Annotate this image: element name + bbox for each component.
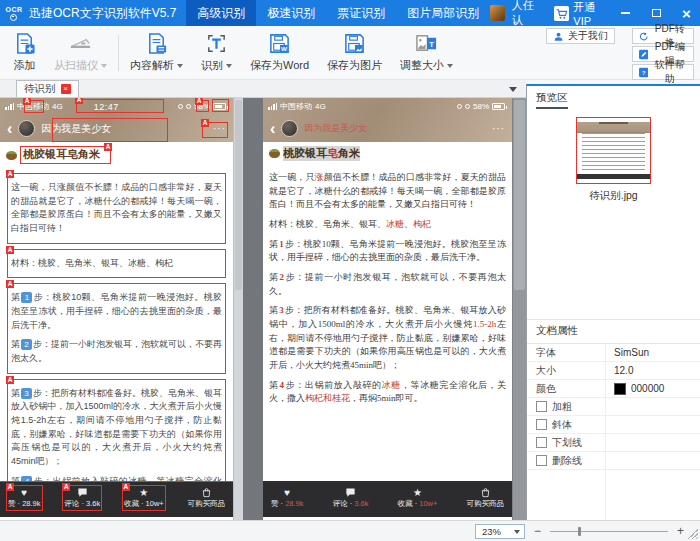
zoom-slider-handle[interactable]: [578, 527, 582, 536]
about-button[interactable]: 关于我们: [546, 28, 615, 44]
mode-tab-0[interactable]: 高级识别: [186, 0, 256, 26]
zoom-slider[interactable]: [550, 525, 668, 537]
preview-area-title: 预览区: [536, 91, 568, 109]
tab-pending-recognition[interactable]: 待识别 ×: [16, 80, 79, 97]
engagement-3[interactable]: 可购买商品: [466, 487, 504, 509]
thumbnail-header: [577, 122, 650, 133]
ocr-region-line: [0, 481, 233, 482]
tool-resize[interactable]: T调整大小: [391, 26, 462, 79]
style-row-3: 删除线: [527, 452, 700, 470]
tool-label: 内容解析: [130, 58, 174, 73]
engagement-1[interactable]: A评论 · 3.6k: [64, 487, 100, 509]
engagement-0[interactable]: A♥赞 · 28.9k: [8, 487, 41, 509]
mode-tab-2[interactable]: 票证识别: [326, 0, 396, 26]
engagement-label: 评论 · 3.6k: [64, 499, 100, 509]
source-image-panel[interactable]: 中国移动4G12:4758%‹因为我是美少女···AAAA桃胶银耳皂角米AA这一…: [0, 98, 233, 520]
engagement-2[interactable]: ★收藏 · 10w+: [398, 487, 438, 509]
back-icon[interactable]: ‹: [270, 121, 275, 137]
engagement-bar: ♥赞 · 28.9k评论 · 3.6k★收藏 · 10w+可购买商品: [263, 481, 512, 517]
chevron-down-icon: [447, 64, 453, 68]
close-tab-icon[interactable]: ×: [61, 84, 71, 94]
tool-parse[interactable]: 内容解析: [121, 26, 192, 79]
engagement-0[interactable]: ♥赞 · 28.9k: [271, 487, 304, 509]
post-body-text: 这一碗，只涨颜值不长膘！成品的口感非常好，夏天的甜品就是它了，冰糖什么的都戒掉！…: [263, 163, 512, 456]
user-avatar[interactable]: [490, 5, 504, 21]
toolbar-side: 关于我们 PDF转换PDF编辑?软件帮助: [546, 25, 696, 80]
save-image-icon: [343, 32, 366, 55]
post-title: 桃胶银耳皂角米A: [0, 142, 233, 166]
checkbox-0[interactable]: [536, 401, 547, 412]
app-logo-icon: OCR: [3, 0, 25, 26]
minimize-button[interactable]: [614, 0, 637, 26]
bluetooth-icon: [186, 104, 191, 109]
tool-save-word[interactable]: W保存为Word: [241, 26, 318, 79]
recognized-result-panel[interactable]: 中国移动4G58%‹因为我是美少女···桃胶银耳皂角米这一碗，只涨颜值不长膘！成…: [263, 98, 512, 520]
tool-recognize[interactable]: 识别: [192, 26, 241, 79]
zoom-level-select[interactable]: 23%: [475, 524, 525, 539]
checkbox-3[interactable]: [536, 455, 547, 466]
middle-panel-scrollbar[interactable]: [512, 98, 526, 520]
zoom-level-value: 23%: [482, 526, 501, 537]
tab-list-dropdown-icon[interactable]: [509, 87, 517, 92]
poster-avatar: [18, 120, 35, 137]
help-button[interactable]: ?软件帮助: [632, 64, 694, 80]
preview-thumbnail[interactable]: [576, 117, 651, 184]
style-row-2: 下划线: [527, 434, 700, 452]
property-row-0: 字体SimSun: [527, 344, 700, 362]
scrollbar-thumb[interactable]: [514, 100, 525, 290]
person-icon: [553, 31, 564, 42]
mode-tab-1[interactable]: 极速识别: [256, 0, 326, 26]
property-label: 大小: [527, 362, 605, 379]
tool-save-image[interactable]: 保存为图片: [318, 26, 391, 79]
zoom-out-button[interactable]: −: [534, 525, 541, 537]
engagement-2[interactable]: A★收藏 · 10w+: [124, 487, 164, 509]
ocr-region-box: [212, 99, 229, 112]
doc-properties-title: 文档属性: [527, 320, 700, 344]
zoom-in-button[interactable]: +: [677, 525, 684, 537]
scrollbar-thumb[interactable]: [235, 100, 242, 290]
ocr-region-box: A: [76, 99, 164, 113]
color-swatch[interactable]: [614, 383, 626, 395]
ocr-region-badge: A: [6, 246, 14, 254]
heart-icon: ♥: [21, 487, 27, 498]
step-number-badge: 1: [279, 239, 284, 249]
vip-button[interactable]: 开通VIP: [554, 0, 607, 27]
tool-label: 添加: [14, 58, 36, 73]
signal-icon: [268, 103, 277, 110]
phone-status-bar: 中国移动4G58%: [263, 98, 512, 115]
engagement-label: 收藏 · 10w+: [124, 499, 164, 509]
engagement-3[interactable]: 可购买商品: [188, 487, 226, 509]
toolbar: 添加从扫描仪内容解析识别W保存为Word保存为图片T调整大小 关于我们 PDF转…: [0, 26, 700, 80]
maximize-icon: [652, 9, 661, 17]
user-name[interactable]: 人任认: [512, 0, 542, 28]
property-value[interactable]: 12.0: [605, 362, 700, 379]
titlebar: OCR 迅捷OCR文字识别软件V5.7 高级识别极速识别票证识别图片局部识别 人…: [0, 0, 700, 26]
edit-pencil-icon: [639, 49, 648, 60]
document-tabbar: 待识别 ×: [0, 80, 526, 98]
shopping-bag-icon: [480, 487, 491, 498]
ocr-region-badge: A: [23, 98, 31, 105]
document-column: 待识别 × 中国移动4G12:4758%‹因为我是美少女···AAAA桃胶银耳皂…: [0, 80, 526, 520]
step-number-badge: 1: [21, 292, 32, 303]
phone-header: 中国移动4G58%‹因为我是美少女···: [263, 98, 512, 142]
back-icon[interactable]: ‹: [7, 121, 12, 137]
tool-add[interactable]: 添加: [4, 26, 45, 79]
style-option: 删除线: [527, 452, 605, 469]
left-panel-scrollbar[interactable]: [233, 98, 243, 520]
close-icon: ×: [682, 6, 691, 21]
more-icon[interactable]: ···: [492, 123, 505, 134]
property-value[interactable]: 000000: [605, 380, 700, 397]
engagement-label: 收藏 · 10w+: [398, 499, 438, 509]
mode-tab-3[interactable]: 图片局部识别: [396, 0, 490, 26]
toolbar-tools: 添加从扫描仪内容解析识别W保存为Word保存为图片T调整大小: [4, 26, 462, 79]
phone-screenshot: 中国移动4G12:4758%‹因为我是美少女···AAAA桃胶银耳皂角米AA这一…: [0, 98, 233, 520]
style-value-empty: [605, 398, 700, 415]
add-document-icon: [13, 32, 36, 55]
post-body-text: A这一碗，只涨颜值不长膘！成品的口感非常好，夏天的甜品就是它了，冰糖什么的都戒掉…: [0, 166, 233, 520]
engagement-1[interactable]: 评论 · 3.6k: [333, 487, 369, 509]
style-option: 加粗: [527, 398, 605, 415]
checkbox-1[interactable]: [536, 419, 547, 430]
resize-grip[interactable]: [688, 529, 698, 539]
checkbox-2[interactable]: [536, 437, 547, 448]
property-value[interactable]: SimSun: [605, 344, 700, 361]
